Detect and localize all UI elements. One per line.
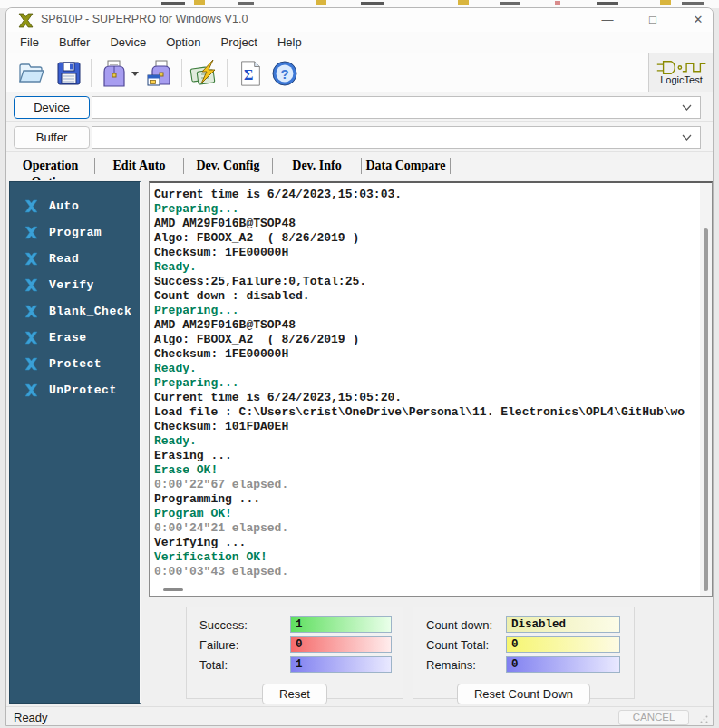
select-device-button[interactable] [97,56,131,90]
operation-button[interactable]: Auto [10,193,140,219]
maximize-button[interactable]: □ [634,8,672,32]
operation-button[interactable]: Verify [10,272,140,298]
log-line: Count down : disabled. [154,289,712,304]
device-button[interactable]: Device [14,96,90,119]
counter-label: Count Total: [426,638,506,652]
tab[interactable]: Operation Option [6,158,95,174]
counter-row: Count Total: 0 [413,635,634,655]
log-line: Erase OK! [154,463,712,478]
help-button[interactable]: ? [267,56,302,90]
folder-fragment-icon [660,0,671,5]
result-counters-group: Success: 1 Failure: 0 Total: [186,607,403,699]
result-counter-rows: Success: 1 Failure: 0 Total: [187,615,403,675]
counter-value-bar: 1 [290,656,392,673]
device-dropdown-arrow-icon[interactable] [130,56,141,90]
menu-item[interactable]: Buffer [49,32,100,53]
log-line: Programming ... [154,492,712,507]
device-combobox[interactable]: AMD AM29F016B@TSOP48 200000H*8 48Pins E/… [92,96,701,119]
reset-count-down-button[interactable]: Reset Count Down [457,684,590,704]
menu-item[interactable]: Help [267,32,312,53]
copy-device-button[interactable] [143,56,178,90]
tab[interactable]: Dev. Config [184,158,273,174]
folder-fragment-icon [194,0,205,5]
operation-label: UnProtect [49,383,117,397]
toolbar: Σ ? LogicTest [6,53,713,92]
tab[interactable]: Dev. Info [273,158,362,174]
log-line: Erasing ... [154,449,712,463]
close-button[interactable]: ✕ [679,8,714,32]
operation-button[interactable]: Protect [10,351,140,377]
log-line: Preparing... [154,376,712,391]
operation-button[interactable]: Read [10,246,140,272]
xeltek-x-icon [24,357,38,371]
counter-label: Failure: [199,638,290,652]
logic-test-button[interactable]: LogicTest [649,53,714,92]
log-line: Algo: FBOOX_A2 ( 8/26/2019 ) [154,231,712,246]
svg-text:?: ? [280,66,288,82]
log-lines: Current time is 6/24/2023,15:03:03. Prep… [150,183,712,579]
tab[interactable]: Edit Auto [95,158,184,174]
main-area: Auto Program Read [6,180,713,706]
logic-gate-icon [656,60,708,75]
xeltek-x-icon [24,383,38,397]
log-scrollbar-track[interactable] [700,183,712,596]
xeltek-x-icon [24,252,38,266]
counter-value-bar: 0 [506,656,620,673]
counter-label: Total: [199,658,290,672]
log-line: Load file : C:\Users\crist\OneDrive\Pers… [154,405,712,420]
counter-value: Disabled [511,618,566,631]
checksum-sigma-icon: Σ [237,59,264,88]
log-panel: Current time is 6/24/2023,15:03:03. Prep… [149,181,713,597]
minimize-button[interactable]: — [588,8,627,32]
superpro-window: SP610P - SUPERPRO for Windows V1.0 — □ ✕… [5,7,714,726]
log-line: Ready. [154,260,712,275]
buffer-combobox[interactable]: Checksum: 101FDA0EH File = C:\Users\cris… [92,126,701,149]
device-row: Device AMD AM29F016B@TSOP48 200000H*8 48… [6,92,713,122]
counter-row: Remains: 0 [413,655,634,675]
operation-button[interactable]: Program [10,219,140,246]
log-line: Current time is 6/24/2023,15:03:03. [154,188,712,202]
menu-item[interactable]: Device [100,32,156,53]
log-scrollbar-thumb[interactable] [704,228,708,591]
counter-label: Success: [199,618,290,632]
menu-item[interactable]: Project [210,32,267,53]
log-resize-handle[interactable] [163,588,183,591]
tab[interactable]: Data Compare [362,158,451,174]
checksum-button[interactable]: Σ [233,56,267,90]
operation-label: Verify [49,278,94,292]
operation-label: Program [49,226,102,239]
log-line: 0:00'22"67 elapsed. [154,478,712,492]
device-programmer-icon [189,59,220,88]
device-programmer-button[interactable] [188,56,222,90]
status-text: Ready [14,711,48,724]
countdown-group: Count down: Disabled Count Total: 0 [413,607,635,699]
log-line: Success:25,Failure:0,Total:25. [154,275,712,289]
counter-value-bar: 0 [506,636,620,653]
operation-label: Protect [49,357,102,371]
operation-label: Read [49,252,79,266]
open-file-button[interactable] [14,56,48,90]
menu-item[interactable]: File [10,32,49,53]
menu-item[interactable]: Option [156,32,210,53]
reset-button[interactable]: Reset [262,684,327,704]
log-line: AMD AM29F016B@TSOP48 [154,318,712,333]
operation-button[interactable]: Blank_Check [10,298,140,325]
counter-value: 0 [511,658,519,671]
logic-test-label: LogicTest [660,74,702,85]
save-file-button[interactable] [52,56,86,90]
chevron-down-icon [682,104,692,111]
buffer-button[interactable]: Buffer [14,126,90,149]
counter-value: 0 [296,638,303,651]
status-bar: Ready CANCEL [6,706,713,726]
save-file-icon [54,59,83,88]
copy-device-icon [146,59,175,88]
cancel-button[interactable]: CANCEL [618,710,689,725]
resize-grip-icon [700,715,708,723]
log-line: Checksum: 1FE00000H [154,347,712,362]
operation-button[interactable]: Erase [10,325,140,351]
counter-value: 1 [296,658,303,671]
operation-button[interactable]: UnProtect [10,377,140,403]
counter-row: Success: 1 [187,615,403,635]
select-device-icon [100,59,129,88]
chevron-down-icon [682,134,692,141]
